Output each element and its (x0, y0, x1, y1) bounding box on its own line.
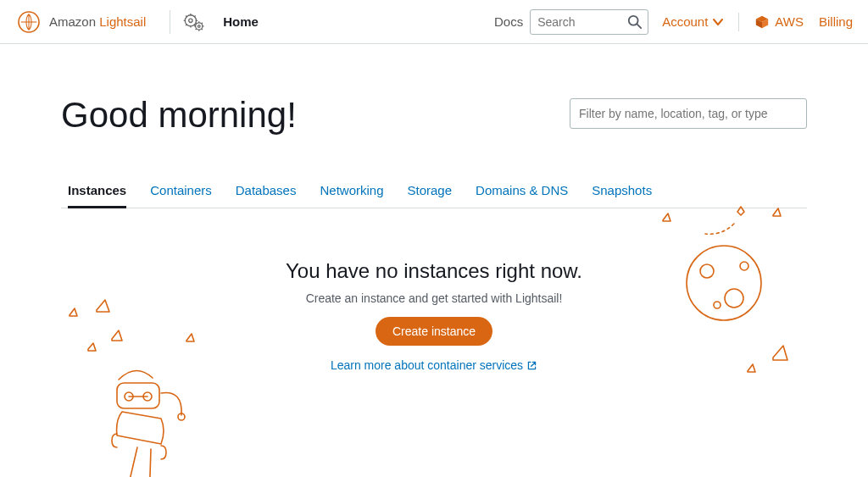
top-nav: Amazon Lightsail Home Docs (0, 0, 868, 44)
external-link-icon (526, 360, 537, 371)
svg-point-15 (725, 289, 743, 308)
tab-storage[interactable]: Storage (408, 183, 453, 208)
search-icon (627, 14, 643, 30)
svg-point-13 (687, 246, 761, 320)
page-title: Good morning! (61, 95, 570, 136)
tab-domains[interactable]: Domains & DNS (476, 183, 568, 208)
nav-docs-link[interactable]: Docs (494, 14, 523, 29)
svg-point-17 (714, 302, 721, 308)
tab-snapshots[interactable]: Snapshots (592, 183, 652, 208)
svg-point-5 (629, 15, 638, 25)
filter-input[interactable] (570, 99, 806, 128)
brand-logo[interactable]: Amazon Lightsail (15, 8, 146, 36)
nav-divider (170, 10, 170, 34)
nav-home-link[interactable]: Home (223, 14, 259, 29)
aws-label: AWS (775, 14, 804, 29)
create-instance-button[interactable]: Create instance (376, 317, 492, 346)
account-label: Account (662, 14, 708, 29)
svg-rect-6 (117, 383, 159, 408)
svg-point-3 (196, 22, 203, 29)
cube-icon (754, 14, 770, 30)
page-header-row: Good morning! (61, 95, 807, 136)
account-dropdown[interactable]: Account (662, 14, 723, 29)
nav-divider (738, 13, 739, 31)
svg-point-14 (700, 264, 714, 278)
svg-point-16 (740, 262, 748, 270)
learn-more-link[interactable]: Learn more about container services (331, 358, 537, 372)
chevron-down-icon (713, 18, 723, 26)
tab-databases[interactable]: Databases (236, 183, 297, 208)
brand-first: Amazon (49, 14, 96, 29)
lightsail-icon (15, 8, 42, 36)
nav-left-group: Amazon Lightsail Home (15, 8, 259, 36)
robot-doodle (44, 298, 231, 477)
tab-containers[interactable]: Containers (150, 183, 212, 208)
settings-button[interactable] (182, 12, 206, 32)
filter-box (570, 98, 807, 129)
brand-second: Lightsail (99, 14, 146, 29)
svg-point-4 (198, 25, 201, 27)
main-region: Good morning! Instances Containers Datab… (61, 44, 807, 373)
tab-instances[interactable]: Instances (68, 183, 126, 208)
nav-billing-link[interactable]: Billing (819, 14, 853, 29)
moon-doodle (646, 205, 815, 391)
nav-right-group: Docs Account AWS Billing (494, 9, 853, 35)
learn-more-label: Learn more about container services (331, 358, 523, 372)
nav-search-box (530, 9, 648, 35)
aws-console-link[interactable]: AWS (754, 14, 804, 30)
svg-point-2 (189, 19, 192, 22)
brand-text: Amazon Lightsail (49, 14, 146, 29)
tab-networking[interactable]: Networking (320, 183, 383, 208)
gear-icon (182, 12, 206, 32)
